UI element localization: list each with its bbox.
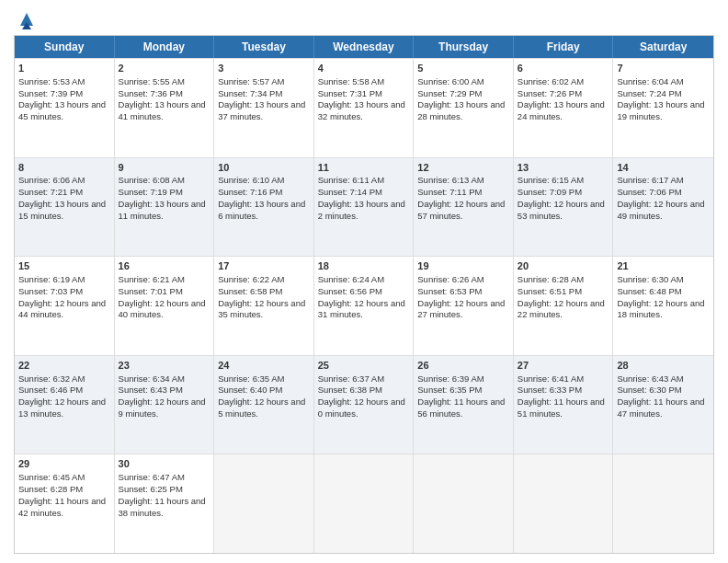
- sunrise-label: Sunrise: 6:43 AM: [617, 373, 683, 384]
- day-number: 19: [417, 259, 509, 273]
- day-number: 17: [218, 259, 310, 273]
- calendar-row: 8Sunrise: 6:06 AMSunset: 7:21 PMDaylight…: [15, 157, 713, 257]
- page: Sunday Monday Tuesday Wednesday Thursday…: [0, 0, 728, 563]
- sunrise-label: Sunrise: 6:06 AM: [18, 175, 85, 185]
- calendar-cell: 9Sunrise: 6:08 AMSunset: 7:19 PMDaylight…: [115, 158, 215, 257]
- sunset-label: Sunset: 6:43 PM: [119, 385, 183, 395]
- calendar-cell: 7Sunrise: 6:04 AMSunset: 7:24 PMDaylight…: [613, 59, 713, 157]
- day-number: 24: [218, 359, 310, 373]
- daylight-label: Daylight: 12 hours and 31 minutes.: [318, 298, 405, 320]
- calendar-cell: [414, 454, 514, 553]
- sunset-label: Sunset: 7:26 PM: [518, 88, 582, 98]
- sunrise-label: Sunrise: 5:55 AM: [119, 76, 185, 86]
- sunset-label: Sunset: 7:01 PM: [119, 286, 183, 296]
- calendar-row: 1Sunrise: 5:53 AMSunset: 7:39 PMDaylight…: [15, 58, 713, 157]
- sunrise-label: Sunrise: 5:58 AM: [318, 76, 384, 86]
- daylight-label: Daylight: 11 hours and 47 minutes.: [617, 396, 704, 419]
- day-number: 22: [18, 359, 110, 373]
- sunset-label: Sunset: 7:39 PM: [18, 88, 83, 98]
- calendar-cell: [613, 454, 713, 553]
- sunset-label: Sunset: 7:34 PM: [218, 88, 282, 98]
- day-number: 6: [518, 62, 609, 75]
- calendar-cell: 13Sunrise: 6:15 AMSunset: 7:09 PMDayligh…: [514, 158, 614, 257]
- sunset-label: Sunset: 6:25 PM: [119, 484, 183, 494]
- daylight-label: Daylight: 12 hours and 22 minutes.: [518, 298, 605, 320]
- sunset-label: Sunset: 7:21 PM: [18, 187, 83, 197]
- sunrise-label: Sunrise: 6:02 AM: [518, 76, 584, 86]
- sunrise-label: Sunrise: 6:21 AM: [119, 274, 185, 284]
- daylight-label: Daylight: 11 hours and 51 minutes.: [518, 396, 605, 419]
- sunset-label: Sunset: 7:24 PM: [617, 88, 681, 98]
- day-number: 4: [318, 62, 410, 75]
- sunset-label: Sunset: 7:11 PM: [417, 187, 482, 197]
- day-number: 18: [318, 259, 410, 273]
- header-sunday: Sunday: [15, 36, 115, 58]
- sunset-label: Sunset: 6:58 PM: [218, 286, 282, 296]
- calendar-cell: 3Sunrise: 5:57 AMSunset: 7:34 PMDaylight…: [214, 59, 314, 157]
- sunset-label: Sunset: 7:09 PM: [518, 187, 582, 197]
- calendar-cell: 2Sunrise: 5:55 AMSunset: 7:36 PMDaylight…: [115, 59, 215, 157]
- header-thursday: Thursday: [414, 36, 514, 58]
- sunrise-label: Sunrise: 6:11 AM: [318, 175, 384, 185]
- calendar-cell: 14Sunrise: 6:17 AMSunset: 7:06 PMDayligh…: [613, 158, 713, 257]
- daylight-label: Daylight: 13 hours and 11 minutes.: [119, 199, 206, 221]
- sunrise-label: Sunrise: 6:41 AM: [518, 373, 584, 384]
- daylight-label: Daylight: 13 hours and 2 minutes.: [318, 199, 405, 221]
- calendar-cell: 8Sunrise: 6:06 AMSunset: 7:21 PMDaylight…: [15, 158, 115, 257]
- daylight-label: Daylight: 13 hours and 45 minutes.: [18, 99, 106, 121]
- sunset-label: Sunset: 6:51 PM: [518, 286, 582, 296]
- calendar-cell: 4Sunrise: 5:58 AMSunset: 7:31 PMDaylight…: [314, 59, 415, 157]
- calendar-row: 29Sunrise: 6:45 AMSunset: 6:28 PMDayligh…: [15, 454, 713, 553]
- day-number: 2: [119, 62, 210, 75]
- day-number: 15: [18, 259, 110, 273]
- calendar-cell: 24Sunrise: 6:35 AMSunset: 6:40 PMDayligh…: [214, 356, 314, 454]
- sunset-label: Sunset: 7:29 PM: [417, 88, 482, 98]
- sunrise-label: Sunrise: 6:08 AM: [119, 175, 185, 185]
- sunrise-label: Sunrise: 6:04 AM: [617, 76, 683, 86]
- sunrise-label: Sunrise: 6:26 AM: [417, 274, 483, 284]
- sunset-label: Sunset: 7:19 PM: [119, 187, 183, 197]
- sunrise-label: Sunrise: 6:15 AM: [518, 175, 584, 185]
- daylight-label: Daylight: 13 hours and 6 minutes.: [218, 199, 305, 221]
- calendar-cell: 26Sunrise: 6:39 AMSunset: 6:35 PMDayligh…: [414, 356, 514, 454]
- sunset-label: Sunset: 6:56 PM: [318, 286, 382, 296]
- daylight-label: Daylight: 13 hours and 32 minutes.: [318, 99, 405, 121]
- daylight-label: Daylight: 13 hours and 28 minutes.: [417, 99, 505, 121]
- day-number: 27: [518, 359, 609, 373]
- calendar-cell: 28Sunrise: 6:43 AMSunset: 6:30 PMDayligh…: [613, 356, 713, 454]
- day-number: 10: [218, 161, 310, 175]
- calendar-cell: 25Sunrise: 6:37 AMSunset: 6:38 PMDayligh…: [314, 356, 415, 454]
- day-number: 8: [18, 161, 110, 175]
- logo: [14, 13, 37, 29]
- sunrise-label: Sunrise: 6:37 AM: [318, 373, 384, 384]
- day-number: 3: [218, 62, 310, 75]
- sunrise-label: Sunrise: 6:19 AM: [18, 274, 85, 284]
- sunset-label: Sunset: 7:31 PM: [318, 88, 382, 98]
- day-number: 26: [417, 359, 509, 373]
- day-number: 9: [119, 161, 210, 175]
- daylight-label: Daylight: 12 hours and 53 minutes.: [518, 199, 605, 221]
- sunrise-label: Sunrise: 6:24 AM: [318, 274, 384, 284]
- sunset-label: Sunset: 6:53 PM: [417, 286, 482, 296]
- day-number: 13: [518, 161, 609, 175]
- header-saturday: Saturday: [613, 36, 713, 58]
- daylight-label: Daylight: 12 hours and 0 minutes.: [318, 396, 405, 419]
- sunrise-label: Sunrise: 6:34 AM: [119, 373, 185, 384]
- sunset-label: Sunset: 7:16 PM: [218, 187, 282, 197]
- sunset-label: Sunset: 6:40 PM: [218, 385, 282, 395]
- sunrise-label: Sunrise: 5:57 AM: [218, 76, 284, 86]
- calendar-cell: 21Sunrise: 6:30 AMSunset: 6:48 PMDayligh…: [613, 257, 713, 355]
- calendar-header: Sunday Monday Tuesday Wednesday Thursday…: [15, 36, 713, 58]
- calendar-cell: [214, 454, 314, 553]
- header: [14, 9, 714, 29]
- header-friday: Friday: [514, 36, 614, 58]
- calendar-cell: 10Sunrise: 6:10 AMSunset: 7:16 PMDayligh…: [214, 158, 314, 257]
- daylight-label: Daylight: 13 hours and 19 minutes.: [617, 99, 704, 121]
- day-number: 20: [518, 259, 609, 273]
- calendar-cell: 15Sunrise: 6:19 AMSunset: 7:03 PMDayligh…: [15, 257, 115, 355]
- day-number: 12: [417, 161, 509, 175]
- calendar-row: 22Sunrise: 6:32 AMSunset: 6:46 PMDayligh…: [15, 355, 713, 454]
- sunset-label: Sunset: 6:46 PM: [18, 385, 83, 395]
- calendar-cell: 20Sunrise: 6:28 AMSunset: 6:51 PMDayligh…: [514, 257, 614, 355]
- day-number: 28: [617, 359, 710, 373]
